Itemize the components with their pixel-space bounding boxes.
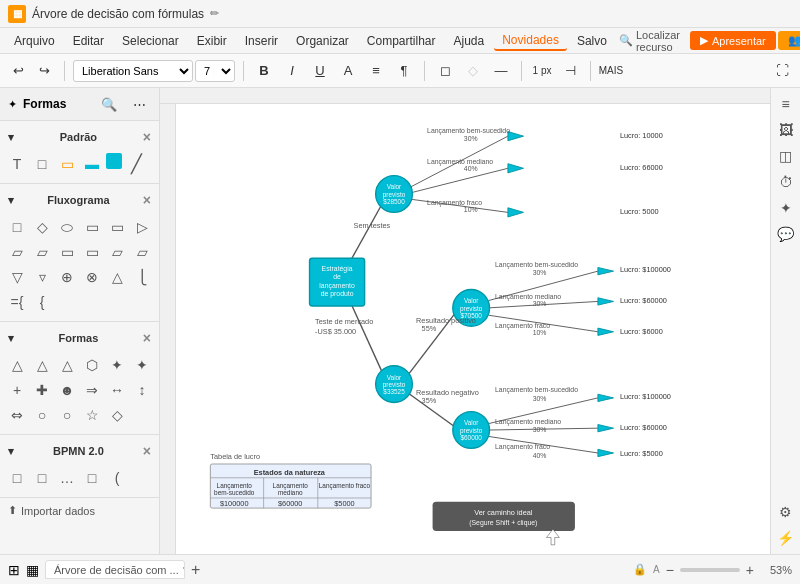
font-size-select[interactable]: 7 pt [195,60,235,82]
menu-arquivo[interactable]: Arquivo [6,32,63,50]
small-rect-shape[interactable] [106,153,122,169]
panel-search-button[interactable]: 🔍 [97,92,121,116]
apresentar-button[interactable]: ▶ Apresentar [690,31,776,50]
shapes-panel-button[interactable]: ✦ [774,196,798,220]
italic-button[interactable]: I [280,59,304,83]
fs-hex[interactable]: ⬡ [81,354,103,376]
bp-dots[interactable]: … [56,467,78,489]
fl-oval[interactable]: ⬭ [56,216,78,238]
rect-shape[interactable]: □ [31,153,53,175]
clock-panel-button[interactable]: ⏱ [774,170,798,194]
panel-dots-button[interactable]: ⋯ [127,92,151,116]
canvas-content[interactable]: Estratégia de lançamento de produto Valo… [176,104,770,554]
fs-tri3[interactable]: △ [56,354,78,376]
fl-brace[interactable]: ⎩ [131,266,153,288]
font-color-button[interactable]: A [336,59,360,83]
text-shape[interactable]: T [6,153,28,175]
fs-cross[interactable]: ✚ [31,379,53,401]
bp-rect3[interactable]: □ [81,467,103,489]
fs-diamond[interactable]: ◇ [106,404,128,426]
menu-organizar[interactable]: Organizar [288,32,357,50]
stroke-color-button[interactable]: ◇ [461,59,485,83]
comment-panel-button[interactable]: 💬 [774,222,798,246]
image-panel-button[interactable]: 🖼 [774,118,798,142]
bpmn-close-icon[interactable]: × [143,443,151,459]
teal-rect-shape[interactable]: ▬ [81,153,103,175]
formas-close-icon[interactable]: × [143,330,151,346]
fl-tri3[interactable]: △ [106,266,128,288]
fl-tri2[interactable]: ▿ [31,266,53,288]
fl-rect[interactable]: □ [6,216,28,238]
bp-rect2[interactable]: □ [31,467,53,489]
underline-button[interactable]: U [308,59,332,83]
menu-compartilhar[interactable]: Compartilhar [359,32,444,50]
edit-icon[interactable]: ✏ [210,7,219,20]
fullscreen-button[interactable]: ⛶ [770,59,794,83]
fl-curly[interactable]: { [31,291,53,313]
zoom-slider[interactable] [680,568,740,572]
format-panel-button[interactable]: ≡ [774,92,798,116]
undo-button[interactable]: ↩ [6,59,30,83]
fl-tri[interactable]: ▽ [6,266,28,288]
zoom-plus-button[interactable]: + [746,562,754,578]
menu-selecionar[interactable]: Selecionar [114,32,187,50]
fl-arrow[interactable]: ▷ [131,216,153,238]
align-center-button[interactable]: ≡ [364,59,388,83]
connection-style-button[interactable]: ⊣ [558,59,582,83]
resource-link[interactable]: 🔍 Localizar recurso [619,29,680,53]
diagram-svg[interactable]: Estratégia de lançamento de produto Valo… [176,104,770,554]
redo-button[interactable]: ↪ [32,59,56,83]
note-shape[interactable]: ▭ [56,153,78,175]
bold-button[interactable]: B [252,59,276,83]
add-tab-button[interactable]: + [191,561,200,579]
font-family-select[interactable]: Liberation Sans [73,60,193,82]
fs-tri[interactable]: △ [6,354,28,376]
plugin-panel-button[interactable]: ⚡ [774,526,798,550]
fl-x[interactable]: ⊗ [81,266,103,288]
fs-tri2[interactable]: △ [31,354,53,376]
fl-rect4[interactable]: ▭ [56,241,78,263]
fl-diamond[interactable]: ◇ [31,216,53,238]
fl-para[interactable]: ▱ [6,241,28,263]
diagram-tab[interactable]: Árvore de decisão com ... ▾ [45,560,185,579]
bp-rect[interactable]: □ [6,467,28,489]
layers-panel-button[interactable]: ◫ [774,144,798,168]
fs-heart[interactable]: ☻ [56,379,78,401]
canvas-area[interactable]: Estratégia de lançamento de produto Valo… [160,88,770,554]
fl-rect5[interactable]: ▭ [81,241,103,263]
import-button[interactable]: ⬆ Importar dados [8,504,95,517]
line-shape[interactable]: ╱ [125,153,147,175]
fs-arrow-ud[interactable]: ↕ [131,379,153,401]
fs-star3[interactable]: ☆ [81,404,103,426]
menu-novidades[interactable]: Novidades [494,31,567,51]
text-format-button[interactable]: ¶ [392,59,416,83]
fill-button[interactable]: ◻ [433,59,457,83]
padrao-close-icon[interactable]: × [143,129,151,145]
fl-para3[interactable]: ▱ [106,241,128,263]
fs-star[interactable]: ✦ [106,354,128,376]
zoom-minus-button[interactable]: − [666,562,674,578]
menu-exibir[interactable]: Exibir [189,32,235,50]
menu-ajuda[interactable]: Ajuda [446,32,493,50]
fs-circle2[interactable]: ○ [56,404,78,426]
list-view-button[interactable]: ▦ [26,562,39,578]
fs-arrow-r[interactable]: ⇒ [81,379,103,401]
settings-panel-button[interactable]: ⚙ [774,500,798,524]
fs-arrow-lr[interactable]: ↔ [106,379,128,401]
fs-arrow-db[interactable]: ⇔ [6,404,28,426]
fl-para4[interactable]: ▱ [131,241,153,263]
line-style-button[interactable]: — [489,59,513,83]
fl-rect3[interactable]: ▭ [106,216,128,238]
bp-arc[interactable]: ( [106,467,128,489]
grid-view-button[interactable]: ⊞ [8,562,20,578]
fs-star2[interactable]: ✦ [131,354,153,376]
tab-dropdown-icon[interactable]: ▾ [183,563,185,576]
more-button[interactable]: MAIS [599,59,623,83]
menu-editar[interactable]: Editar [65,32,112,50]
compartilhar-button[interactable]: 👥 Compartilhar [778,31,800,50]
fl-rect2[interactable]: ▭ [81,216,103,238]
fl-para2[interactable]: ▱ [31,241,53,263]
menu-salvo[interactable]: Salvo [569,32,615,50]
menu-inserir[interactable]: Inserir [237,32,286,50]
fl-eq[interactable]: ={ [6,291,28,313]
